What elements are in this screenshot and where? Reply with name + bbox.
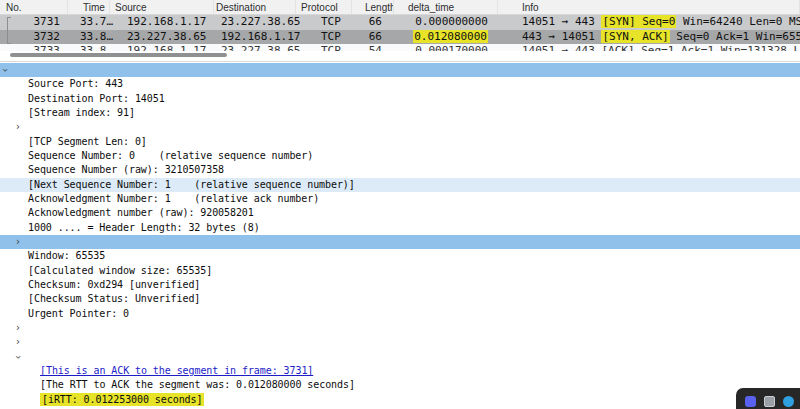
detail-line-rtt-to-ack[interactable]: [The RTT to ACK the segment was: 0.01208… [0,378,800,392]
scrollbar-thumb[interactable] [10,53,227,57]
column-header-no[interactable]: No. [0,0,68,14]
chevron-down-icon[interactable]: › [0,68,12,72]
detail-line-timestamps[interactable]: › [Timestamps] [0,335,800,349]
taskbar-app-icon-2[interactable] [764,396,775,407]
highlight-delta-time: 0.012080000 [413,30,488,43]
column-header-length[interactable]: Length [352,0,394,14]
detail-line-destination-port[interactable]: Destination Port: 14051 [0,92,800,106]
detail-line-ack-to-segment-link[interactable]: [This is an ACK to the segment in frame:… [0,364,800,378]
wireshark-window: No. Time Source Destination Protocol Len… [0,0,800,409]
chevron-right-icon[interactable]: › [16,335,20,349]
detail-line-sequence-number[interactable]: Sequence Number: 0 (relative sequence nu… [0,149,800,163]
detail-line-checksum-status[interactable]: [Checksum Status: Unverified] [0,292,800,306]
info-cell: 443 → 14051 [SYN, ACK] Seq=0 Ack=1 Win=6… [498,30,800,45]
column-header-protocol[interactable]: Protocol [296,0,352,14]
highlight-syn-ack: [SYN, ACK] [601,30,669,43]
detail-line-sequence-number-raw[interactable]: Sequence Number (raw): 3210507358 [0,163,800,177]
detail-line-checksum[interactable]: Checksum: 0xd294 [unverified] [0,278,800,292]
column-header-time[interactable]: Time [68,0,110,14]
detail-line-options[interactable]: › Options: (12 bytes), Maximum segment s… [0,321,800,335]
packet-row-3731[interactable]: 3731 33.7… 192.168.1.17 23.227.38.65 TCP… [0,15,800,30]
chevron-down-icon[interactable]: › [11,355,25,359]
conversation-bracket [7,17,11,44]
column-header-info[interactable]: Info [498,0,800,14]
taskbar-app-icon-1[interactable] [745,396,756,407]
column-header-delta-time[interactable]: delta_time [394,0,498,14]
detail-line-tcp-segment-len[interactable]: [TCP Segment Len: 0] [0,135,800,149]
detail-line-stream-index[interactable]: [Stream index: 91] [0,106,800,120]
chevron-right-icon[interactable]: › [16,235,20,249]
detail-line-header-length[interactable]: 1000 .... = Header Length: 32 bytes (8) [0,221,800,235]
chevron-right-icon[interactable]: › [16,321,20,335]
info-cell: 14051 → 443 [SYN] Seq=0 Win=64240 Len=0 … [498,15,800,30]
detail-line-next-sequence-number[interactable]: [Next Sequence Number: 1 (relative seque… [0,178,800,192]
packet-list-header: No. Time Source Destination Protocol Len… [0,0,800,15]
info-cell: 14051 → 443 [ACK] Seq=1 Ack=1 Win=131328… [498,44,800,51]
horizontal-scrollbar[interactable] [0,51,800,61]
highlight-irtt: [iRTT: 0.012253000 seconds] [40,393,204,406]
taskbar-app-icon-3[interactable] [783,396,794,407]
detail-line-urgent-pointer[interactable]: Urgent Pointer: 0 [0,307,800,321]
taskbar-corner [736,388,800,409]
packet-row-3732-selected[interactable]: 3732 33.8… 23.227.38.65 192.168.1.17 TCP… [0,30,800,45]
detail-line-irtt[interactable]: [iRTT: 0.012253000 seconds] [0,393,800,407]
detail-line-window[interactable]: Window: 65535 [0,249,800,263]
detail-line-acknowledgment-number[interactable]: Acknowledgment Number: 1 (relative ack n… [0,192,800,206]
column-header-source[interactable]: Source [110,0,214,14]
detail-line-acknowledgment-number-raw[interactable]: Acknowledgment number (raw): 920058201 [0,206,800,220]
column-header-destination[interactable]: Destination [214,0,296,14]
detail-line-seq-ack-analysis[interactable]: › [SEQ/ACK analysis] [0,350,800,364]
packet-detail-pane: › Transmission Control Protocol, Src Por… [0,61,800,409]
detail-line-tcp-header[interactable]: › Transmission Control Protocol, Src Por… [0,63,800,77]
detail-line-conversation-completeness[interactable]: › [Conversation completeness: Incomplete… [0,120,800,134]
detail-line-source-port[interactable]: Source Port: 443 [0,77,800,91]
highlight-syn: [SYN] Seq=0 [601,15,676,28]
detail-line-flags[interactable]: › Flags: 0x012 (SYN, ACK) [0,235,800,249]
packet-list-pane: No. Time Source Destination Protocol Len… [0,0,800,51]
chevron-right-icon[interactable]: › [16,120,20,134]
detail-line-calculated-window-size[interactable]: [Calculated window size: 65535] [0,264,800,278]
packet-row-3733-partial[interactable]: 3733 33.8… 192.168.1.17 23.227.38.65 TCP… [0,44,800,51]
